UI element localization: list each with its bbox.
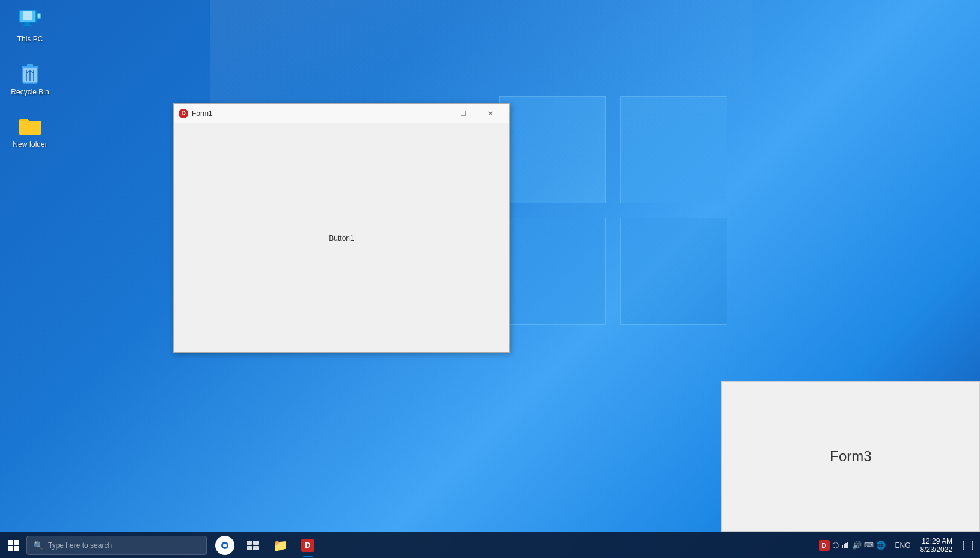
clock-time: 12:29 AM [922,537,952,545]
recycle-bin-label: Recycle Bin [11,88,49,97]
taskbar-task-view-button[interactable] [239,532,266,559]
svg-rect-2 [25,22,30,25]
svg-rect-22 [842,545,843,548]
taskbar-right: D ⬡ 🔊 ⌨ 🌐 [814,532,980,559]
taskbar-middle-icons: 📁 D [212,532,321,559]
cortana-icon [215,536,234,555]
desktop-icon-recycle-bin[interactable]: Recycle Bin [6,59,54,100]
form3-window: Form3 [721,381,980,532]
svg-point-17 [223,544,227,547]
taskbar-system-icons[interactable]: D ⬡ 🔊 ⌨ 🌐 [814,532,890,559]
svg-rect-20 [247,546,252,550]
svg-rect-5 [38,14,40,17]
taskbar-explorer-button[interactable]: 📁 [267,532,293,559]
form1-app-icon: D [179,109,188,118]
svg-rect-1 [23,11,32,20]
svg-rect-23 [844,544,845,548]
taskbar-language-button[interactable]: ENG [892,532,914,559]
svg-rect-25 [847,542,848,548]
form1-close-button[interactable]: ✕ [477,104,504,123]
form1-minimize-button[interactable]: – [421,104,449,123]
svg-rect-3 [23,25,32,26]
taskbar-start-button[interactable] [0,532,26,559]
this-pc-label: This PC [17,35,43,44]
desktop-icons: This PC Recycle Bin [6,6,54,152]
taskbar-d-app-button[interactable]: D [295,532,321,559]
taskbar-search-bar[interactable]: 🔍 Type here to search [26,536,207,555]
svg-rect-26 [963,541,973,550]
taskbar-notification-button[interactable] [958,532,978,559]
form1-window-controls: – ☐ ✕ [421,104,504,123]
svg-rect-13 [14,540,19,545]
d-app-icon: D [301,539,314,552]
new-folder-icon-img [18,114,42,138]
tray-more-icon: ⌨ [864,541,874,549]
form1-title-text: Form1 [192,109,213,118]
form1-titlebar: D Form1 – ☐ ✕ [174,104,509,123]
taskbar-clock[interactable]: 12:29 AM 8/23/2022 [916,532,957,559]
taskbar-cortana-button[interactable] [212,532,238,559]
explorer-icon: 📁 [273,538,288,553]
taskbar: 🔍 Type here to search [0,532,980,558]
form1-body: Button1 [174,123,509,352]
desktop: This PC Recycle Bin [0,0,980,558]
desktop-icon-this-pc[interactable]: This PC [6,6,54,47]
clock-date: 8/23/2022 [920,545,952,554]
recycle-bin-icon-img [18,61,42,85]
taskbar-search-text: Type here to search [48,541,112,550]
svg-rect-8 [27,64,33,66]
svg-rect-18 [247,541,252,545]
svg-rect-19 [253,541,259,545]
form1-title-left: D Form1 [179,109,213,118]
this-pc-icon-img [18,8,42,32]
tray-volume-icon: 🔊 [852,541,862,550]
form3-label: Form3 [830,448,871,465]
svg-rect-14 [8,546,13,551]
desktop-icon-new-folder[interactable]: New folder [6,111,54,152]
form1-window: D Form1 – ☐ ✕ Button1 [173,103,510,353]
tray-network-icon [841,540,850,550]
svg-rect-21 [253,546,259,550]
tray-shield-icon: 🌐 [876,541,886,550]
form1-button1[interactable]: Button1 [319,231,364,245]
svg-rect-15 [14,546,19,551]
tray-d-icon: D [819,540,830,551]
svg-rect-24 [845,543,847,548]
taskbar-search-icon: 🔍 [33,541,43,550]
tray-bluetooth-icon: ⬡ [832,541,839,550]
new-folder-label: New folder [13,140,47,150]
windows-logo-bg [499,96,727,325]
svg-rect-12 [8,540,13,545]
form1-maximize-button[interactable]: ☐ [449,104,477,123]
